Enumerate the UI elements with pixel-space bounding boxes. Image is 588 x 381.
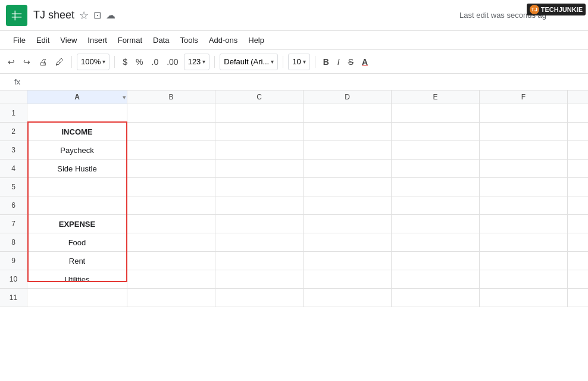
cell-e3[interactable]: [392, 141, 480, 159]
cell-e10[interactable]: [392, 270, 480, 288]
cell-d5[interactable]: [304, 178, 392, 196]
sheet-title[interactable]: TJ sheet: [33, 9, 74, 21]
col-header-e[interactable]: E: [392, 90, 480, 104]
cell-c4[interactable]: [215, 160, 304, 177]
cell-e8[interactable]: [392, 233, 480, 251]
cell-c7[interactable]: [215, 215, 304, 233]
cell-d11[interactable]: [304, 289, 392, 307]
menu-file[interactable]: File: [8, 34, 30, 46]
menu-view[interactable]: View: [55, 34, 82, 46]
col-header-c[interactable]: C: [215, 90, 304, 104]
cell-a8[interactable]: Food: [27, 233, 127, 251]
cell-e4[interactable]: [392, 160, 480, 177]
cell-e7[interactable]: [392, 215, 480, 233]
cell-b10[interactable]: [127, 270, 215, 288]
cell-b6[interactable]: [127, 196, 215, 214]
cell-c1[interactable]: [215, 104, 304, 122]
cell-c2[interactable]: [215, 123, 304, 140]
cell-b5[interactable]: [127, 178, 215, 196]
cell-d4[interactable]: [304, 160, 392, 177]
col-a-dropdown[interactable]: ▾: [123, 94, 126, 101]
cell-b1[interactable]: [127, 104, 215, 122]
folder-icon[interactable]: ⊡: [93, 10, 101, 21]
cell-c6[interactable]: [215, 196, 304, 214]
cell-a9[interactable]: Rent: [27, 252, 127, 270]
cell-b4[interactable]: [127, 160, 215, 177]
cell-a7[interactable]: EXPENSE: [27, 215, 127, 233]
cell-c5[interactable]: [215, 178, 304, 196]
decimal-increase-button[interactable]: .00: [164, 55, 181, 68]
cell-f2[interactable]: [480, 123, 568, 140]
cell-e6[interactable]: [392, 196, 480, 214]
cell-e2[interactable]: [392, 123, 480, 140]
cell-f5[interactable]: [480, 178, 568, 196]
cell-c9[interactable]: [215, 252, 304, 270]
col-header-f[interactable]: F: [480, 90, 568, 104]
cell-a4[interactable]: Side Hustle: [27, 160, 127, 177]
cell-d6[interactable]: [304, 196, 392, 214]
cell-f10[interactable]: [480, 270, 568, 288]
cell-a11[interactable]: [27, 289, 127, 307]
cell-f11[interactable]: [480, 289, 568, 307]
cell-c10[interactable]: [215, 270, 304, 288]
cell-f3[interactable]: [480, 141, 568, 159]
cell-f7[interactable]: [480, 215, 568, 233]
zoom-select[interactable]: 100% ▾: [77, 54, 110, 70]
cell-f8[interactable]: [480, 233, 568, 251]
print-button[interactable]: 🖨: [36, 55, 50, 68]
cell-b2[interactable]: [127, 123, 215, 140]
cell-b11[interactable]: [127, 289, 215, 307]
cell-d3[interactable]: [304, 141, 392, 159]
bold-button[interactable]: B: [320, 55, 332, 68]
cell-b8[interactable]: [127, 233, 215, 251]
cell-c11[interactable]: [215, 289, 304, 307]
undo-button[interactable]: ↩: [5, 55, 18, 68]
menu-edit[interactable]: Edit: [32, 34, 54, 46]
cell-d10[interactable]: [304, 270, 392, 288]
cell-e9[interactable]: [392, 252, 480, 270]
font-color-button[interactable]: A: [359, 55, 371, 68]
decimal-decrease-button[interactable]: .0: [149, 55, 162, 68]
col-header-d[interactable]: D: [304, 90, 392, 104]
percent-button[interactable]: %: [133, 55, 146, 68]
cell-e1[interactable]: [392, 104, 480, 122]
cell-f4[interactable]: [480, 160, 568, 177]
cell-c3[interactable]: [215, 141, 304, 159]
cell-d2[interactable]: [304, 123, 392, 140]
cell-b7[interactable]: [127, 215, 215, 233]
cloud-icon[interactable]: ☁: [106, 10, 115, 21]
menu-format[interactable]: Format: [113, 34, 147, 46]
cell-d9[interactable]: [304, 252, 392, 270]
cell-c8[interactable]: [215, 233, 304, 251]
cell-f1[interactable]: [480, 104, 568, 122]
cell-a1[interactable]: [27, 104, 127, 122]
font-family-select[interactable]: Default (Ari... ▾: [220, 54, 278, 70]
col-header-b[interactable]: B: [127, 90, 215, 104]
cell-a5[interactable]: [27, 178, 127, 196]
cell-a3[interactable]: Paycheck: [27, 141, 127, 159]
cell-b9[interactable]: [127, 252, 215, 270]
cell-d7[interactable]: [304, 215, 392, 233]
menu-tools[interactable]: Tools: [175, 34, 202, 46]
strikethrough-button[interactable]: S: [345, 55, 356, 68]
cell-a6[interactable]: [27, 196, 127, 214]
star-icon[interactable]: ☆: [79, 9, 89, 22]
cell-d8[interactable]: [304, 233, 392, 251]
menu-help[interactable]: Help: [243, 34, 269, 46]
menu-data[interactable]: Data: [148, 34, 174, 46]
paint-format-button[interactable]: 🖊: [52, 55, 67, 68]
menu-insert[interactable]: Insert: [83, 34, 112, 46]
cell-f9[interactable]: [480, 252, 568, 270]
cell-e5[interactable]: [392, 178, 480, 196]
redo-button[interactable]: ↪: [20, 55, 33, 68]
cell-f6[interactable]: [480, 196, 568, 214]
number-format-select[interactable]: 123 ▾: [184, 54, 210, 70]
font-size-select[interactable]: 10 ▾: [288, 54, 309, 70]
cell-a10[interactable]: Utilities: [27, 270, 127, 288]
menu-addons[interactable]: Add-ons: [204, 34, 242, 46]
col-header-a[interactable]: A ▾: [27, 90, 127, 104]
italic-button[interactable]: I: [334, 55, 343, 68]
formula-input[interactable]: [27, 77, 584, 86]
cell-d1[interactable]: [304, 104, 392, 122]
currency-button[interactable]: $: [120, 55, 130, 68]
